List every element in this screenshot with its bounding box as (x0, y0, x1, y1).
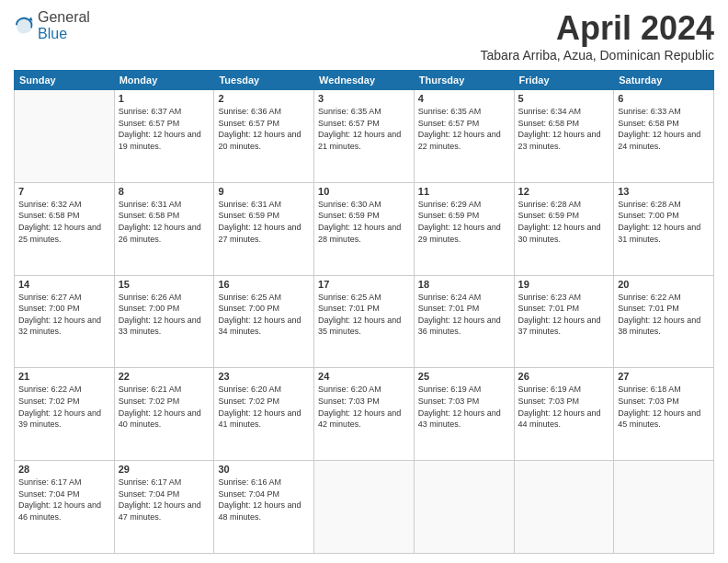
table-row: 19 Sunrise: 6:23 AM Sunset: 7:01 PM Dayl… (514, 275, 614, 368)
calendar-table: Sunday Monday Tuesday Wednesday Thursday… (14, 70, 714, 554)
table-row: 11 Sunrise: 6:29 AM Sunset: 6:59 PM Dayl… (414, 182, 514, 275)
daylight-text: Daylight: 12 hours and 32 minutes. (18, 316, 101, 337)
day-info: Sunrise: 6:17 AM Sunset: 7:04 PM Dayligh… (18, 477, 110, 523)
daylight-text: Daylight: 12 hours and 25 minutes. (18, 223, 101, 244)
sunrise-text: Sunrise: 6:32 AM (18, 200, 82, 209)
table-row: 26 Sunrise: 6:19 AM Sunset: 7:03 PM Dayl… (514, 368, 614, 461)
day-info: Sunrise: 6:26 AM Sunset: 7:00 PM Dayligh… (119, 292, 210, 338)
sunset-text: Sunset: 7:00 PM (119, 304, 180, 313)
col-friday: Friday (514, 71, 614, 90)
table-row (514, 461, 614, 554)
daylight-text: Daylight: 12 hours and 28 minutes. (318, 223, 401, 244)
day-number: 21 (18, 371, 110, 382)
day-number: 20 (618, 279, 710, 290)
daylight-text: Daylight: 12 hours and 29 minutes. (418, 223, 501, 244)
day-info: Sunrise: 6:32 AM Sunset: 6:58 PM Dayligh… (18, 199, 110, 245)
table-row: 30 Sunrise: 6:16 AM Sunset: 7:04 PM Dayl… (214, 461, 314, 554)
sunset-text: Sunset: 7:01 PM (618, 304, 679, 313)
sunrise-text: Sunrise: 6:28 AM (518, 200, 582, 209)
calendar-week-row: 21 Sunrise: 6:22 AM Sunset: 7:02 PM Dayl… (15, 368, 714, 461)
sunrise-text: Sunrise: 6:25 AM (218, 293, 281, 302)
table-row: 1 Sunrise: 6:37 AM Sunset: 6:57 PM Dayli… (114, 90, 214, 183)
col-tuesday: Tuesday (214, 71, 314, 90)
day-number: 14 (18, 279, 110, 290)
day-number: 12 (518, 186, 610, 197)
month-title: April 2024 (481, 9, 714, 48)
table-row: 3 Sunrise: 6:35 AM Sunset: 6:57 PM Dayli… (314, 90, 415, 183)
sunrise-text: Sunrise: 6:24 AM (418, 293, 482, 302)
day-info: Sunrise: 6:28 AM Sunset: 7:00 PM Dayligh… (618, 199, 710, 245)
day-number: 11 (418, 186, 510, 197)
daylight-text: Daylight: 12 hours and 33 minutes. (119, 316, 201, 337)
day-number: 5 (518, 93, 610, 104)
title-block: April 2024 Tabara Arriba, Azua, Dominica… (481, 9, 714, 63)
page: General Blue April 2024 Tabara Arriba, A… (0, 0, 728, 563)
day-number: 8 (119, 186, 210, 197)
header: General Blue April 2024 Tabara Arriba, A… (14, 9, 714, 63)
sunset-text: Sunset: 7:00 PM (618, 211, 679, 220)
daylight-text: Daylight: 12 hours and 35 minutes. (318, 316, 401, 337)
day-info: Sunrise: 6:20 AM Sunset: 7:03 PM Dayligh… (318, 384, 410, 430)
day-number: 30 (218, 464, 310, 475)
day-info: Sunrise: 6:29 AM Sunset: 6:59 PM Dayligh… (418, 199, 510, 245)
table-row: 15 Sunrise: 6:26 AM Sunset: 7:00 PM Dayl… (114, 275, 214, 368)
calendar-header-row: Sunday Monday Tuesday Wednesday Thursday… (15, 71, 714, 90)
day-info: Sunrise: 6:19 AM Sunset: 7:03 PM Dayligh… (518, 384, 610, 430)
table-row: 4 Sunrise: 6:35 AM Sunset: 6:57 PM Dayli… (414, 90, 514, 183)
daylight-text: Daylight: 12 hours and 45 minutes. (618, 408, 700, 430)
sunset-text: Sunset: 7:03 PM (318, 396, 380, 406)
sunrise-text: Sunrise: 6:33 AM (618, 107, 681, 116)
daylight-text: Daylight: 12 hours and 22 minutes. (418, 130, 501, 151)
day-info: Sunrise: 6:18 AM Sunset: 7:03 PM Dayligh… (618, 384, 710, 430)
col-saturday: Saturday (614, 71, 714, 90)
table-row (15, 90, 115, 183)
logo-text: General Blue (38, 9, 90, 42)
day-info: Sunrise: 6:21 AM Sunset: 7:02 PM Dayligh… (119, 384, 210, 430)
table-row: 12 Sunrise: 6:28 AM Sunset: 6:59 PM Dayl… (514, 182, 614, 275)
daylight-text: Daylight: 12 hours and 34 minutes. (218, 316, 301, 337)
day-info: Sunrise: 6:35 AM Sunset: 6:57 PM Dayligh… (418, 106, 510, 152)
sunrise-text: Sunrise: 6:26 AM (119, 293, 182, 302)
sunset-text: Sunset: 7:01 PM (418, 304, 480, 313)
table-row (314, 461, 415, 554)
sunset-text: Sunset: 6:59 PM (218, 211, 279, 220)
sunrise-text: Sunrise: 6:19 AM (418, 385, 482, 394)
sunrise-text: Sunrise: 6:22 AM (618, 293, 681, 302)
sunrise-text: Sunrise: 6:18 AM (618, 385, 681, 394)
table-row: 18 Sunrise: 6:24 AM Sunset: 7:01 PM Dayl… (414, 275, 514, 368)
day-number: 22 (119, 371, 210, 382)
sunrise-text: Sunrise: 6:29 AM (418, 200, 482, 209)
day-info: Sunrise: 6:27 AM Sunset: 7:00 PM Dayligh… (18, 292, 110, 338)
day-info: Sunrise: 6:31 AM Sunset: 6:59 PM Dayligh… (218, 199, 310, 245)
sunset-text: Sunset: 6:57 PM (218, 119, 279, 128)
day-number: 15 (119, 279, 210, 290)
sunset-text: Sunset: 7:01 PM (518, 304, 580, 313)
sunset-text: Sunset: 7:00 PM (218, 304, 279, 313)
day-info: Sunrise: 6:22 AM Sunset: 7:02 PM Dayligh… (18, 384, 110, 430)
sunrise-text: Sunrise: 6:16 AM (218, 477, 281, 487)
day-info: Sunrise: 6:33 AM Sunset: 6:58 PM Dayligh… (618, 106, 710, 152)
col-thursday: Thursday (414, 71, 514, 90)
table-row: 21 Sunrise: 6:22 AM Sunset: 7:02 PM Dayl… (15, 368, 115, 461)
daylight-text: Daylight: 12 hours and 30 minutes. (518, 223, 601, 244)
daylight-text: Daylight: 12 hours and 24 minutes. (618, 130, 700, 151)
day-number: 29 (119, 464, 210, 475)
sunrise-text: Sunrise: 6:19 AM (518, 385, 582, 394)
table-row: 28 Sunrise: 6:17 AM Sunset: 7:04 PM Dayl… (15, 461, 115, 554)
day-info: Sunrise: 6:25 AM Sunset: 7:00 PM Dayligh… (218, 292, 310, 338)
day-number: 26 (518, 371, 610, 382)
daylight-text: Daylight: 12 hours and 41 minutes. (218, 408, 301, 430)
sunrise-text: Sunrise: 6:25 AM (318, 293, 381, 302)
sunset-text: Sunset: 6:57 PM (418, 119, 480, 128)
sunset-text: Sunset: 7:03 PM (518, 396, 580, 406)
day-number: 2 (218, 93, 310, 104)
sunset-text: Sunset: 6:59 PM (318, 211, 380, 220)
daylight-text: Daylight: 12 hours and 43 minutes. (418, 408, 501, 430)
col-monday: Monday (114, 71, 214, 90)
day-info: Sunrise: 6:30 AM Sunset: 6:59 PM Dayligh… (318, 199, 410, 245)
day-number: 7 (18, 186, 110, 197)
sunrise-text: Sunrise: 6:28 AM (618, 200, 681, 209)
table-row: 16 Sunrise: 6:25 AM Sunset: 7:00 PM Dayl… (214, 275, 314, 368)
sunrise-text: Sunrise: 6:17 AM (18, 477, 82, 487)
table-row: 8 Sunrise: 6:31 AM Sunset: 6:58 PM Dayli… (114, 182, 214, 275)
